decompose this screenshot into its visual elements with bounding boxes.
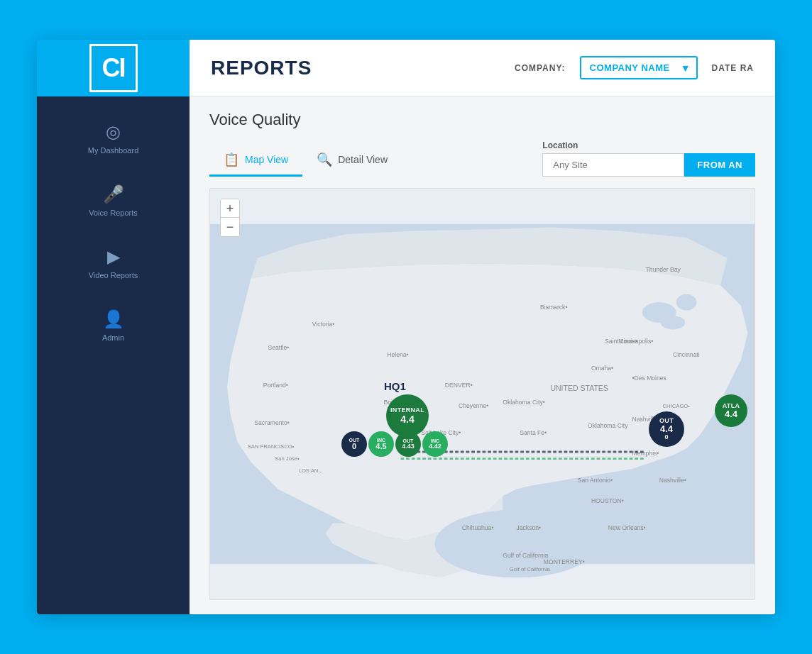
svg-text:Chihuahua•: Chihuahua• xyxy=(462,524,494,531)
svg-text:Portland•: Portland• xyxy=(263,382,288,389)
svg-text:Gulf of California: Gulf of California xyxy=(503,552,548,559)
sidebar-label-dashboard: My Dashboard xyxy=(88,146,139,155)
svg-text:Seattle•: Seattle• xyxy=(268,344,289,351)
svg-text:Helena•: Helena• xyxy=(387,351,408,358)
video-icon: ▶ xyxy=(107,247,120,267)
svg-text:UNITED STATES: UNITED STATES xyxy=(550,384,608,392)
svg-text:Thunder Bay: Thunder Bay xyxy=(646,266,681,273)
svg-text:Oklahoma City: Oklahoma City xyxy=(588,422,628,429)
detail-icon: 🔍 xyxy=(317,152,332,167)
svg-text:Cincinnati: Cincinnati xyxy=(673,351,700,358)
svg-text:HOUSTON•: HOUSTON• xyxy=(591,497,624,504)
internal-node[interactable]: INTERNAL 4.4 xyxy=(386,394,429,437)
svg-text:Omaha•: Omaha• xyxy=(591,365,613,372)
location-label: Location xyxy=(542,140,755,150)
atlanta-node[interactable]: ATLA 4.4 xyxy=(715,394,747,427)
svg-text:Oklahoma City•: Oklahoma City• xyxy=(503,399,544,406)
admin-icon: 👤 xyxy=(103,309,124,329)
sidebar-item-dashboard[interactable]: ◎ My Dashboard xyxy=(37,111,190,166)
header-title: REPORTS xyxy=(211,57,500,79)
tab-detail-label: Detail View xyxy=(338,154,388,165)
cluster-node-inc2[interactable]: INC 4.42 xyxy=(422,431,448,457)
page-title: Voice Quality xyxy=(209,111,755,129)
svg-text:•Des Moines: •Des Moines xyxy=(632,375,666,382)
zoom-in-button[interactable]: + xyxy=(221,199,239,218)
atlanta-node-circle: ATLA 4.4 xyxy=(715,394,747,427)
sidebar-label-admin: Admin xyxy=(102,333,124,342)
content-area: Voice Quality 📋 Map View 🔍 Detail View L… xyxy=(190,96,775,614)
tab-detail-view[interactable]: 🔍 Detail View xyxy=(302,145,402,177)
company-select[interactable]: COMPANY NAME xyxy=(580,56,698,79)
sidebar-item-admin[interactable]: 👤 Admin xyxy=(37,298,190,353)
svg-text:Bismarck•: Bismarck• xyxy=(540,304,567,311)
company-select-wrapper: COMPANY NAME ▼ xyxy=(580,56,698,79)
sidebar-label-video: Video Reports xyxy=(89,271,138,279)
hq-label: HQ1 xyxy=(384,380,406,392)
main-area: REPORTS COMPANY: COMPANY NAME ▼ DATE RA … xyxy=(190,40,775,614)
sidebar: CI ◎ My Dashboard 🎤 Voice Reports ▶ Vide… xyxy=(37,40,190,614)
zoom-out-button[interactable]: − xyxy=(221,218,239,236)
location-input[interactable] xyxy=(542,153,684,177)
map-svg: Seattle• Portland• Sacramento• SAN FRANC… xyxy=(210,189,755,599)
sidebar-logo: CI xyxy=(37,40,190,96)
app-container: CI ◎ My Dashboard 🎤 Voice Reports ▶ Vide… xyxy=(37,40,775,614)
from-button[interactable]: FROM AN xyxy=(684,153,755,177)
sidebar-item-voice[interactable]: 🎤 Voice Reports xyxy=(37,173,190,228)
logo-text: CI xyxy=(102,53,125,83)
location-row: Location FROM AN xyxy=(542,140,755,177)
svg-text:San Antonio•: San Antonio• xyxy=(578,477,613,484)
internal-node-circle: INTERNAL 4.4 xyxy=(386,394,429,437)
location-input-row: FROM AN xyxy=(542,153,755,177)
svg-text:DENVER•: DENVER• xyxy=(445,382,473,389)
map-container: Seattle• Portland• Sacramento• SAN FRANC… xyxy=(209,188,755,600)
svg-text:Sacramento•: Sacramento• xyxy=(254,419,289,426)
date-range-label: DATE RA xyxy=(712,63,754,73)
tab-map-view[interactable]: 📋 Map View xyxy=(209,145,302,177)
svg-text:MONTERREY•: MONTERREY• xyxy=(544,558,585,565)
svg-text:San Jose•: San Jose• xyxy=(275,455,300,462)
sidebar-label-voice: Voice Reports xyxy=(89,209,137,217)
east-node[interactable]: OUT 4.4 0 xyxy=(649,411,684,447)
sidebar-item-video[interactable]: ▶ Video Reports xyxy=(37,235,190,291)
svg-text:CHICAGO•: CHICAGO• xyxy=(663,403,691,409)
zoom-controls: + − xyxy=(220,199,240,237)
sidebar-nav: ◎ My Dashboard 🎤 Voice Reports ▶ Video R… xyxy=(37,96,190,353)
svg-text:Cheyenne•: Cheyenne• xyxy=(459,402,488,409)
cluster-node-out2[interactable]: OUT 4.43 xyxy=(395,431,421,457)
tab-map-label: Map View xyxy=(245,154,288,165)
svg-text:Gulf of California: Gulf of California xyxy=(510,566,551,572)
svg-text:Victoria•: Victoria• xyxy=(312,321,335,328)
svg-text:SAN FRANCISCO•: SAN FRANCISCO• xyxy=(248,443,295,450)
cluster-node-inc1[interactable]: INC 4.5 xyxy=(368,431,394,457)
tab-location-row: 📋 Map View 🔍 Detail View Location FROM A… xyxy=(209,140,755,177)
cluster-nodes: OUT 0 INC 4.5 OUT 4.43 INC 4.42 xyxy=(341,431,448,457)
svg-text:Jackson•: Jackson• xyxy=(516,524,541,531)
cluster-node-out1[interactable]: OUT 0 xyxy=(341,431,367,457)
svg-text:New Orleans•: New Orleans• xyxy=(608,524,646,531)
tabs: 📋 Map View 🔍 Detail View xyxy=(209,145,402,177)
svg-text:Memphis•: Memphis• xyxy=(632,450,659,457)
svg-text:LOS AN...: LOS AN... xyxy=(299,467,323,474)
logo-box: CI xyxy=(89,44,138,92)
svg-text:Saint Louis•: Saint Louis• xyxy=(605,338,637,345)
map-icon: 📋 xyxy=(224,152,239,167)
east-node-circle: OUT 4.4 0 xyxy=(649,411,684,447)
svg-point-2 xyxy=(676,294,697,311)
internal-node-value: 4.4 xyxy=(400,414,414,424)
svg-point-3 xyxy=(661,316,686,329)
header-bar: REPORTS COMPANY: COMPANY NAME ▼ DATE RA xyxy=(190,40,775,96)
voice-icon: 🎤 xyxy=(103,184,124,204)
svg-text:Santa Fe•: Santa Fe• xyxy=(520,429,547,436)
svg-text:Nashville•: Nashville• xyxy=(659,477,686,484)
dashboard-icon: ◎ xyxy=(106,122,121,142)
company-label: COMPANY: xyxy=(515,63,566,73)
